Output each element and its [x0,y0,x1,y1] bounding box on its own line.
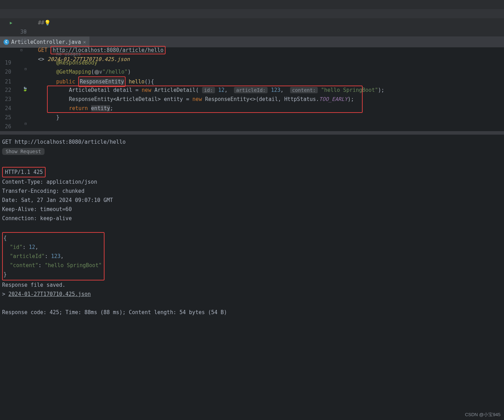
number-literal: 123 [271,87,281,93]
variable: detail [113,87,132,93]
keyword: public [56,79,75,85]
code-line: no usages [0,49,504,58]
response-header: Transfer-Encoding: chunked [2,187,502,196]
mapping-path: "/hello" [102,69,128,75]
code-line: 21🍃 public ResponseEntity hello(){ [0,76,504,86]
string-literal: "hello SpringBoot" [321,87,378,93]
keyword: new [193,96,202,102]
response-header: Content-Type: application/json [2,177,502,187]
code-line: 22 ArticleDetail detail = new ArticleDet… [0,86,504,95]
variable: entity [91,105,110,111]
saved-message: Response file saved. [2,280,502,290]
code-line: 37 ##💡 [0,0,504,9]
http-request-editor: 37 ##💡 ▶ 38 ⊟ GET http://localhost:8080/… [0,0,504,36]
keyword: return [69,105,88,111]
json-brace: } [4,270,102,279]
json-key: "id" [10,244,22,250]
json-body-highlight: { "id": 12, "articleId": 123, "content":… [2,232,105,280]
java-editor[interactable]: no usages 19⊟ @ResponseBody 20 @GetMappi… [0,48,504,131]
code-line: 39 [0,18,504,27]
line-number: 25 [0,113,14,122]
method-name: hello [129,79,145,85]
usages-hint[interactable]: no usages [56,51,81,56]
code-line: 24 return entity; [0,104,504,113]
code-line: 25⊟ } [0,113,504,122]
json-key: "articleId" [10,253,45,259]
line-number: 19 [0,58,14,67]
line-number: 21 [0,77,14,86]
request-echo: GET http://localhost:8080/article/hello [2,137,502,147]
param-hint: id: [202,87,215,93]
json-key: "content" [10,262,38,269]
code-line: 20 @GetMapping(∨"/hello") [0,67,504,76]
status-highlight: HTTP/1.1 425 [2,167,46,177]
number-literal: 12 [218,87,224,93]
response-summary: Response code: 425; Time: 88ms (88 ms); … [2,308,502,317]
keyword: new [142,87,151,93]
arg: HttpStatus. [284,96,319,102]
annotation: @GetMapping [56,69,91,75]
line-number: 26 [0,122,14,131]
line-number: 22 [0,86,14,95]
variable: entity [164,96,183,102]
param-hint: articleId: [234,87,268,93]
saved-file-link[interactable]: 2024-01-27T170710.425.json [8,291,91,297]
type-name: ResponseEntity [80,79,124,85]
close-icon[interactable]: × [83,39,86,45]
json-value: 12 [29,244,35,250]
type-name: ResponseEntity<> [205,96,256,102]
show-request-button[interactable]: Show Request [2,148,45,155]
code-line: 40 ⊟ <> 2024-01-27T170710.425.json [0,27,504,36]
line-number: 40 [13,36,30,46]
status-line: HTTP/1.1 425 [3,168,45,177]
param-hint: content: [290,87,318,93]
json-brace: { [4,233,102,243]
arg: detail [259,96,278,102]
json-value: "hello SpringBoot" [45,262,102,269]
json-value: 123 [51,253,60,259]
line-number: 24 [0,104,14,113]
code-line: 26 [0,122,504,131]
globe-icon[interactable] [94,70,99,75]
http-response-panel: GET http://localhost:8080/article/hello … [0,135,504,320]
type-name: ResponseEntity<ArticleDetail> [69,96,161,102]
panel-separator[interactable] [0,131,504,135]
code-line: 23 ResponseEntity<ArticleDetail> entity … [0,95,504,104]
line-number: 23 [0,95,14,104]
line-number: 20 [0,67,14,76]
constant: TOO_EARLY [319,96,348,102]
code-line[interactable]: ▶ 38 ⊟ GET http://localhost:8080/article… [0,9,504,18]
code-line: 19⊟ @ResponseBody [0,58,504,67]
response-header: Connection: keep-alive [2,214,502,223]
type-name: ArticleDetail [154,87,195,93]
response-header: Keep-Alive: timeout=60 [2,205,502,214]
annotation: @ResponseBody [56,60,97,66]
type-name: ArticleDetail [69,87,110,93]
response-header: Date: Sat, 27 Jan 2024 09:07:10 GMT [2,196,502,205]
